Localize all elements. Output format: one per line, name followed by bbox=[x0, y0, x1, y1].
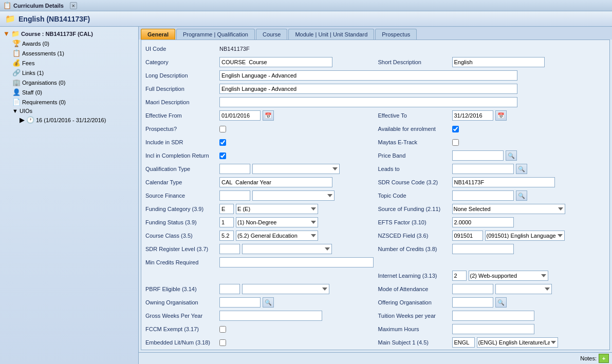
efts-factor-input[interactable] bbox=[452, 217, 514, 227]
nzsced-field-select[interactable]: (091501) English Language bbox=[485, 231, 565, 241]
available-enrolment-checkbox[interactable] bbox=[452, 126, 459, 132]
mode-attendance-select[interactable] bbox=[495, 284, 552, 294]
main-subject1-select[interactable]: (ENGL) English Literature/Langu... bbox=[477, 337, 558, 348]
pbrf-input[interactable] bbox=[219, 284, 240, 294]
tree-uio-item[interactable]: ▶ 🕐 16 (1/01/2016 - 31/12/2016) bbox=[18, 115, 136, 125]
offering-org-input[interactable] bbox=[452, 297, 493, 308]
maori-desc-input[interactable] bbox=[219, 97, 517, 107]
sdr-register-select[interactable] bbox=[242, 244, 332, 254]
effective-to-input[interactable] bbox=[452, 110, 493, 121]
embedded-lit-checkbox[interactable] bbox=[219, 339, 226, 346]
leads-to-input[interactable] bbox=[452, 164, 514, 174]
tab-module[interactable]: Module | Unit | Unit Standard bbox=[288, 29, 374, 40]
effective-to-calendar-btn[interactable]: 📅 bbox=[495, 110, 507, 121]
maori-desc-row: Maori Description bbox=[145, 97, 605, 108]
internet-learning-select[interactable]: (2) Web-supported bbox=[469, 271, 548, 281]
tree-staff[interactable]: 👤 Staff (0) bbox=[11, 87, 136, 97]
funding-status-input[interactable] bbox=[219, 217, 234, 227]
price-band-search-btn[interactable]: 🔍 bbox=[506, 150, 517, 161]
funding-category-input[interactable] bbox=[219, 204, 234, 214]
pbrf-select[interactable] bbox=[242, 284, 329, 294]
mode-attendance-input[interactable] bbox=[452, 284, 493, 294]
owning-org-label: Owning Organisation bbox=[145, 299, 217, 305]
main-subject1-input[interactable] bbox=[452, 337, 475, 348]
topic-code-input[interactable] bbox=[452, 190, 514, 201]
gross-weeks-input[interactable] bbox=[219, 311, 322, 321]
tab-programme[interactable]: Programme | Qualification bbox=[176, 29, 255, 40]
category-input[interactable] bbox=[219, 57, 332, 67]
app-title: English (NB141173F) bbox=[18, 15, 90, 23]
main-subject1-row: Main Subject 1 (4.5) (ENGL) English Lite… bbox=[378, 337, 606, 348]
effective-from-input[interactable] bbox=[219, 110, 261, 121]
tree-assessments[interactable]: 📋 Assessments (1) bbox=[11, 48, 136, 58]
qual-type-select[interactable] bbox=[252, 164, 340, 174]
full-desc-label: Full Description bbox=[145, 86, 217, 92]
fccm-exempt-row: FCCM Exempt (3.17) bbox=[145, 323, 373, 335]
tree-links[interactable]: 🔗 Links (1) bbox=[11, 68, 136, 78]
efts-factor-row: EFTS Factor (3.10) bbox=[378, 217, 606, 228]
max-hours-input[interactable] bbox=[452, 324, 534, 334]
course-class-input[interactable] bbox=[219, 231, 234, 241]
min-credits-input[interactable] bbox=[219, 257, 374, 267]
incl-completion-label: Incl in Completion Return bbox=[145, 152, 217, 159]
tab-general[interactable]: General bbox=[141, 29, 175, 40]
owning-org-search-btn[interactable]: 🔍 bbox=[263, 297, 274, 308]
nzsced-field-input[interactable] bbox=[452, 231, 483, 241]
tab-prospectus[interactable]: Prospectus bbox=[375, 29, 417, 40]
tree-organisations[interactable]: 🏢 Organisations (0) bbox=[11, 78, 136, 87]
incl-completion-checkbox[interactable] bbox=[219, 152, 226, 159]
full-desc-row: Full Description bbox=[145, 83, 605, 94]
prospectus-checkbox[interactable] bbox=[219, 126, 226, 132]
effective-from-label: Effective From bbox=[145, 112, 217, 119]
funding-status-select[interactable]: (1) Non-Degree bbox=[236, 217, 318, 227]
owning-org-input[interactable] bbox=[219, 297, 261, 308]
num-credits-row: Number of Credits (3.8) bbox=[378, 243, 606, 255]
notes-add-button[interactable]: + bbox=[599, 354, 609, 363]
tuition-weeks-input[interactable] bbox=[452, 311, 534, 321]
qual-type-input[interactable] bbox=[219, 164, 250, 174]
effective-from-calendar-btn[interactable]: 📅 bbox=[263, 110, 274, 121]
available-enrolment-row: Available for enrolment bbox=[378, 123, 606, 135]
price-band-input[interactable] bbox=[452, 150, 504, 161]
calendar-type-input[interactable] bbox=[219, 177, 332, 187]
include-sdr-label: Include in SDR bbox=[145, 139, 217, 145]
organisations-icon: 🏢 bbox=[12, 79, 21, 86]
source-finance-select[interactable] bbox=[252, 190, 335, 201]
fccm-exempt-checkbox[interactable] bbox=[219, 326, 226, 333]
internet-learning-input[interactable] bbox=[452, 271, 467, 281]
long-desc-input[interactable] bbox=[219, 70, 517, 81]
topic-code-row: Topic Code 🔍 bbox=[378, 190, 606, 201]
funding-category-select[interactable]: E (E) bbox=[236, 204, 318, 214]
calendar-type-row: Calendar Type bbox=[145, 177, 373, 188]
source-funding-select[interactable]: None Selected bbox=[452, 204, 565, 214]
title-bar-close-button[interactable]: × bbox=[70, 2, 77, 9]
short-desc-input[interactable] bbox=[452, 57, 545, 67]
title-bar-text: Curriculum Details bbox=[13, 3, 64, 9]
tree-root[interactable]: ▼ 📁 Course : NB141173F (CAL) bbox=[2, 29, 136, 39]
full-desc-input[interactable] bbox=[219, 84, 517, 94]
folder-icon: 📁 bbox=[5, 14, 15, 24]
tree-uios[interactable]: ▼ UIOs bbox=[11, 107, 136, 115]
leads-to-search-btn[interactable]: 🔍 bbox=[516, 164, 527, 174]
tree-awards[interactable]: 🏆 Awards (0) bbox=[11, 39, 136, 48]
sdr-course-code-input[interactable] bbox=[452, 177, 555, 187]
course-class-select[interactable]: (5.2) General Education bbox=[236, 231, 318, 241]
price-band-label: Price Band bbox=[378, 152, 450, 159]
topic-code-search-btn[interactable]: 🔍 bbox=[516, 190, 527, 201]
awards-label: Awards (0) bbox=[22, 41, 49, 47]
efts-factor-label: EFTS Factor (3.10) bbox=[378, 219, 450, 225]
sdr-register-input[interactable] bbox=[219, 244, 240, 254]
include-sdr-checkbox[interactable] bbox=[219, 139, 226, 146]
uio-icon: ▶ bbox=[20, 116, 25, 124]
left-panel: ▼ 📁 Course : NB141173F (CAL) 🏆 Awards (0… bbox=[0, 27, 139, 364]
source-funding-label: Source of Funding (2.11) bbox=[378, 206, 450, 212]
tree-requirements[interactable]: 📄 Requirements (0) bbox=[11, 97, 136, 107]
sdr-register-row: SDR Register Level (3.7) bbox=[145, 243, 373, 255]
tab-course[interactable]: Course bbox=[256, 29, 287, 40]
tree-fees[interactable]: 💰 Fees bbox=[11, 58, 136, 68]
source-finance-input[interactable] bbox=[219, 190, 250, 201]
num-credits-input[interactable] bbox=[452, 244, 514, 254]
offering-org-search-btn[interactable]: 🔍 bbox=[495, 297, 507, 308]
maytas-checkbox[interactable] bbox=[452, 139, 459, 146]
calendar-type-label: Calendar Type bbox=[145, 179, 217, 185]
